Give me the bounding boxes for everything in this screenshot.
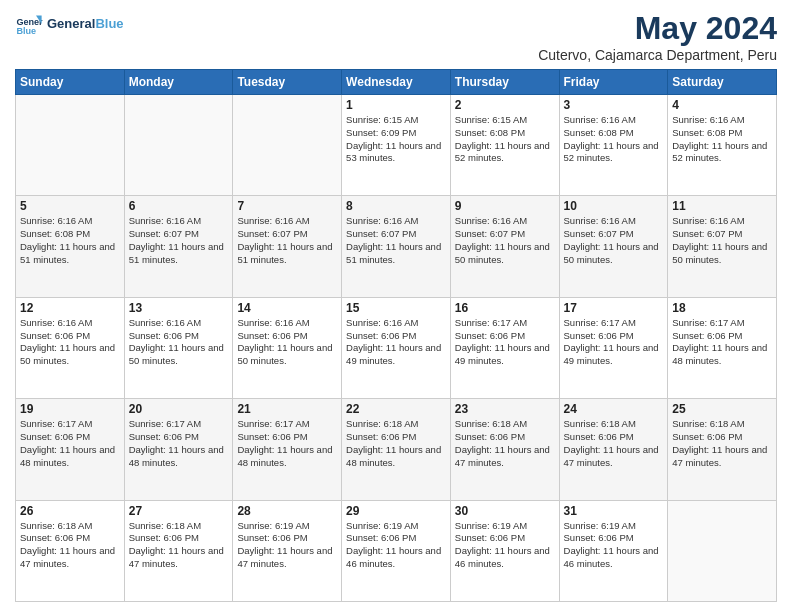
day-info: Sunrise: 6:17 AMSunset: 6:06 PMDaylight:… — [20, 418, 120, 469]
calendar-cell — [233, 95, 342, 196]
sunrise-info: Sunrise: 6:17 AM — [20, 418, 120, 431]
calendar-cell: 10Sunrise: 6:16 AMSunset: 6:07 PMDayligh… — [559, 196, 668, 297]
sunset-info: Sunset: 6:06 PM — [129, 532, 229, 545]
calendar-cell: 8Sunrise: 6:16 AMSunset: 6:07 PMDaylight… — [342, 196, 451, 297]
sunrise-info: Sunrise: 6:17 AM — [237, 418, 337, 431]
sunrise-info: Sunrise: 6:18 AM — [346, 418, 446, 431]
calendar-week-3: 12Sunrise: 6:16 AMSunset: 6:06 PMDayligh… — [16, 297, 777, 398]
day-number: 21 — [237, 402, 337, 416]
calendar-cell: 21Sunrise: 6:17 AMSunset: 6:06 PMDayligh… — [233, 399, 342, 500]
sunset-info: Sunset: 6:06 PM — [237, 431, 337, 444]
calendar-cell: 31Sunrise: 6:19 AMSunset: 6:06 PMDayligh… — [559, 500, 668, 601]
sunset-info: Sunset: 6:06 PM — [20, 330, 120, 343]
daylight-info: Daylight: 11 hours and 46 minutes. — [564, 545, 664, 571]
calendar-week-5: 26Sunrise: 6:18 AMSunset: 6:06 PMDayligh… — [16, 500, 777, 601]
col-tuesday: Tuesday — [233, 70, 342, 95]
sunrise-info: Sunrise: 6:16 AM — [237, 215, 337, 228]
daylight-info: Daylight: 11 hours and 50 minutes. — [20, 342, 120, 368]
calendar-cell: 2Sunrise: 6:15 AMSunset: 6:08 PMDaylight… — [450, 95, 559, 196]
calendar-cell: 6Sunrise: 6:16 AMSunset: 6:07 PMDaylight… — [124, 196, 233, 297]
calendar-cell: 19Sunrise: 6:17 AMSunset: 6:06 PMDayligh… — [16, 399, 125, 500]
sunrise-info: Sunrise: 6:16 AM — [455, 215, 555, 228]
calendar-cell: 29Sunrise: 6:19 AMSunset: 6:06 PMDayligh… — [342, 500, 451, 601]
daylight-info: Daylight: 11 hours and 46 minutes. — [346, 545, 446, 571]
col-monday: Monday — [124, 70, 233, 95]
calendar-week-2: 5Sunrise: 6:16 AMSunset: 6:08 PMDaylight… — [16, 196, 777, 297]
day-number: 6 — [129, 199, 229, 213]
day-number: 27 — [129, 504, 229, 518]
day-number: 17 — [564, 301, 664, 315]
calendar-cell: 4Sunrise: 6:16 AMSunset: 6:08 PMDaylight… — [668, 95, 777, 196]
sunset-info: Sunset: 6:06 PM — [455, 330, 555, 343]
calendar-cell: 14Sunrise: 6:16 AMSunset: 6:06 PMDayligh… — [233, 297, 342, 398]
day-number: 25 — [672, 402, 772, 416]
sunset-info: Sunset: 6:07 PM — [129, 228, 229, 241]
sunrise-info: Sunrise: 6:18 AM — [455, 418, 555, 431]
day-number: 20 — [129, 402, 229, 416]
day-number: 9 — [455, 199, 555, 213]
calendar-cell: 27Sunrise: 6:18 AMSunset: 6:06 PMDayligh… — [124, 500, 233, 601]
sunset-info: Sunset: 6:06 PM — [564, 431, 664, 444]
day-info: Sunrise: 6:18 AMSunset: 6:06 PMDaylight:… — [20, 520, 120, 571]
sunrise-info: Sunrise: 6:16 AM — [20, 317, 120, 330]
day-number: 23 — [455, 402, 555, 416]
day-number: 3 — [564, 98, 664, 112]
day-number: 5 — [20, 199, 120, 213]
daylight-info: Daylight: 11 hours and 51 minutes. — [129, 241, 229, 267]
sunrise-info: Sunrise: 6:16 AM — [672, 215, 772, 228]
day-info: Sunrise: 6:16 AMSunset: 6:07 PMDaylight:… — [237, 215, 337, 266]
day-number: 7 — [237, 199, 337, 213]
daylight-info: Daylight: 11 hours and 50 minutes. — [129, 342, 229, 368]
daylight-info: Daylight: 11 hours and 48 minutes. — [672, 342, 772, 368]
day-info: Sunrise: 6:17 AMSunset: 6:06 PMDaylight:… — [564, 317, 664, 368]
calendar-cell: 1Sunrise: 6:15 AMSunset: 6:09 PMDaylight… — [342, 95, 451, 196]
col-thursday: Thursday — [450, 70, 559, 95]
calendar-cell: 18Sunrise: 6:17 AMSunset: 6:06 PMDayligh… — [668, 297, 777, 398]
calendar-cell: 23Sunrise: 6:18 AMSunset: 6:06 PMDayligh… — [450, 399, 559, 500]
day-info: Sunrise: 6:18 AMSunset: 6:06 PMDaylight:… — [129, 520, 229, 571]
daylight-info: Daylight: 11 hours and 51 minutes. — [20, 241, 120, 267]
calendar-cell: 25Sunrise: 6:18 AMSunset: 6:06 PMDayligh… — [668, 399, 777, 500]
day-info: Sunrise: 6:18 AMSunset: 6:06 PMDaylight:… — [564, 418, 664, 469]
sunset-info: Sunset: 6:06 PM — [672, 431, 772, 444]
sunset-info: Sunset: 6:06 PM — [564, 532, 664, 545]
daylight-info: Daylight: 11 hours and 50 minutes. — [672, 241, 772, 267]
day-number: 24 — [564, 402, 664, 416]
daylight-info: Daylight: 11 hours and 48 minutes. — [20, 444, 120, 470]
logo: General Blue GeneralBlue — [15, 10, 124, 38]
daylight-info: Daylight: 11 hours and 47 minutes. — [20, 545, 120, 571]
sunrise-info: Sunrise: 6:15 AM — [346, 114, 446, 127]
day-info: Sunrise: 6:19 AMSunset: 6:06 PMDaylight:… — [237, 520, 337, 571]
day-number: 16 — [455, 301, 555, 315]
sunset-info: Sunset: 6:09 PM — [346, 127, 446, 140]
sunset-info: Sunset: 6:06 PM — [129, 431, 229, 444]
sunset-info: Sunset: 6:06 PM — [237, 330, 337, 343]
day-number: 11 — [672, 199, 772, 213]
sunset-info: Sunset: 6:06 PM — [346, 431, 446, 444]
sunrise-info: Sunrise: 6:16 AM — [129, 215, 229, 228]
main-title: May 2024 — [538, 10, 777, 47]
calendar-header-row: Sunday Monday Tuesday Wednesday Thursday… — [16, 70, 777, 95]
day-info: Sunrise: 6:16 AMSunset: 6:06 PMDaylight:… — [346, 317, 446, 368]
daylight-info: Daylight: 11 hours and 50 minutes. — [564, 241, 664, 267]
daylight-info: Daylight: 11 hours and 52 minutes. — [455, 140, 555, 166]
calendar-cell: 9Sunrise: 6:16 AMSunset: 6:07 PMDaylight… — [450, 196, 559, 297]
day-number: 31 — [564, 504, 664, 518]
calendar-cell: 11Sunrise: 6:16 AMSunset: 6:07 PMDayligh… — [668, 196, 777, 297]
calendar-cell: 12Sunrise: 6:16 AMSunset: 6:06 PMDayligh… — [16, 297, 125, 398]
day-info: Sunrise: 6:16 AMSunset: 6:06 PMDaylight:… — [237, 317, 337, 368]
day-number: 14 — [237, 301, 337, 315]
sunrise-info: Sunrise: 6:18 AM — [672, 418, 772, 431]
daylight-info: Daylight: 11 hours and 52 minutes. — [564, 140, 664, 166]
daylight-info: Daylight: 11 hours and 47 minutes. — [129, 545, 229, 571]
day-info: Sunrise: 6:16 AMSunset: 6:07 PMDaylight:… — [672, 215, 772, 266]
day-info: Sunrise: 6:15 AMSunset: 6:09 PMDaylight:… — [346, 114, 446, 165]
header: General Blue GeneralBlue May 2024 Cuterv… — [15, 10, 777, 63]
sunset-info: Sunset: 6:08 PM — [455, 127, 555, 140]
day-info: Sunrise: 6:17 AMSunset: 6:06 PMDaylight:… — [455, 317, 555, 368]
day-number: 30 — [455, 504, 555, 518]
title-block: May 2024 Cutervo, Cajamarca Department, … — [538, 10, 777, 63]
day-number: 8 — [346, 199, 446, 213]
col-friday: Friday — [559, 70, 668, 95]
sunset-info: Sunset: 6:07 PM — [237, 228, 337, 241]
